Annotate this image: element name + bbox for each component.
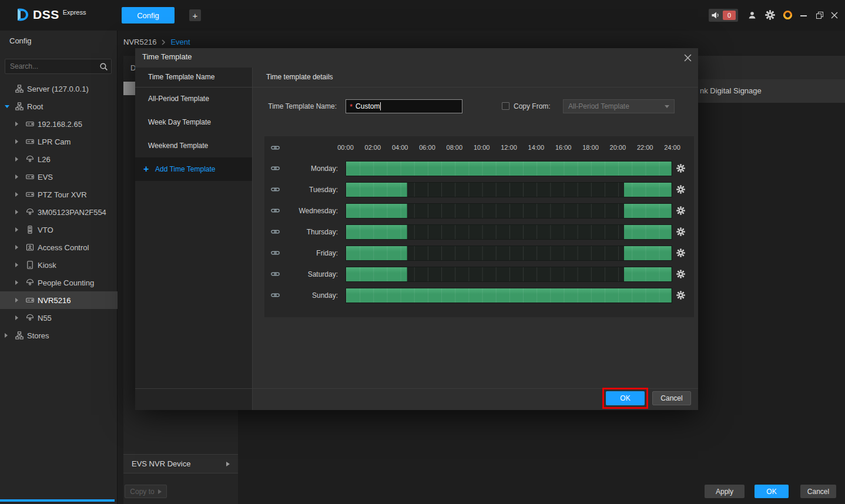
settings-gear-icon[interactable] <box>765 10 775 20</box>
device-group-evs-nvr[interactable]: EVS NVR Device <box>123 454 238 473</box>
restore-button[interactable] <box>816 12 823 19</box>
time-track[interactable] <box>346 203 672 219</box>
expander-right-icon[interactable] <box>5 333 15 338</box>
dialog-cancel-button[interactable]: Cancel <box>652 391 691 405</box>
main-cancel-label: Cancel <box>807 488 829 496</box>
tree-item-nvr5216[interactable]: NVR5216 <box>0 291 118 309</box>
organization-icon <box>15 102 27 110</box>
minimize-button[interactable] <box>800 15 807 17</box>
door-station-icon <box>26 226 38 234</box>
time-tick-label: 02:00 <box>365 144 381 151</box>
tree-item-l26[interactable]: L26 <box>0 150 118 168</box>
row-settings-gear-icon[interactable] <box>675 248 686 257</box>
expander-right-icon[interactable] <box>15 210 26 214</box>
active-period-segment[interactable] <box>624 246 672 260</box>
tree-item-label: 192.168.2.65 <box>38 120 82 129</box>
copy-from-checkbox[interactable] <box>502 102 509 110</box>
tree-item-root[interactable]: Root <box>0 98 118 115</box>
active-period-segment[interactable] <box>346 267 407 281</box>
dialog-ok-button[interactable]: OK <box>606 391 645 405</box>
active-period-segment[interactable] <box>624 204 672 218</box>
time-track[interactable] <box>346 182 672 197</box>
apply-button[interactable]: Apply <box>705 485 745 498</box>
horizontal-scrollbar[interactable] <box>0 499 115 502</box>
tree-item-access-control[interactable]: Access Control <box>0 238 118 256</box>
template-list: All-Period TemplateWeek Day TemplateWeek… <box>135 87 252 157</box>
tree-item-label: Stores <box>27 331 49 340</box>
time-track[interactable] <box>346 246 672 261</box>
add-tab-button[interactable]: + <box>189 9 201 21</box>
expander-right-icon[interactable] <box>15 245 26 250</box>
add-time-template-button[interactable]: + Add Time Template <box>135 157 252 181</box>
main-ok-button[interactable]: OK <box>755 485 789 498</box>
expander-right-icon[interactable] <box>15 280 26 285</box>
breadcrumb-parent[interactable]: NVR5216 <box>123 38 156 46</box>
tree-item-stores[interactable]: Stores <box>0 327 118 344</box>
tree-item-vto[interactable]: VTO <box>0 221 118 238</box>
active-period-segment[interactable] <box>346 204 407 218</box>
row-settings-gear-icon[interactable] <box>675 291 686 300</box>
tab-config[interactable]: Config <box>122 7 175 23</box>
expander-right-icon[interactable] <box>15 157 26 162</box>
search-input[interactable] <box>5 59 93 73</box>
tree-item-evs[interactable]: EVS <box>0 168 118 186</box>
template-item-label: Week Day Template <box>148 118 211 126</box>
link-all-icon[interactable] <box>271 143 280 154</box>
row-settings-gear-icon[interactable] <box>675 206 686 215</box>
time-track[interactable] <box>346 161 672 176</box>
copy-from-select[interactable]: All-Period Template <box>563 99 675 113</box>
copy-to-button[interactable]: Copy to <box>125 485 167 498</box>
template-item-label: All-Period Template <box>148 95 209 103</box>
time-track[interactable] <box>346 288 672 303</box>
close-button[interactable] <box>831 12 838 19</box>
app-window: DSS Express Config + 0 <box>0 0 845 504</box>
active-period-segment[interactable] <box>346 225 407 239</box>
time-track[interactable] <box>346 224 672 240</box>
expand-right-icon <box>226 462 230 466</box>
alarm-indicator[interactable]: 0 <box>709 9 738 22</box>
tree-item-people-counting[interactable]: People Counting <box>0 274 118 291</box>
plus-icon: + <box>143 164 155 174</box>
template-item-weekend-template[interactable]: Weekend Template <box>135 134 252 157</box>
expander-right-icon[interactable] <box>15 263 26 267</box>
tree-item-server-127-0-0-1[interactable]: Server (127.0.0.1) <box>0 80 118 98</box>
active-period-segment[interactable] <box>346 162 672 176</box>
active-period-segment[interactable] <box>346 246 407 260</box>
expander-right-icon[interactable] <box>15 122 26 126</box>
tree-item-192-168-2-65[interactable]: 192.168.2.65 <box>0 115 118 133</box>
row-settings-gear-icon[interactable] <box>675 270 686 278</box>
dome-camera-icon <box>26 208 38 216</box>
expander-down-icon[interactable] <box>5 105 15 108</box>
expander-right-icon[interactable] <box>15 139 26 144</box>
tree-item-lpr-cam[interactable]: LPR Cam <box>0 133 118 150</box>
day-label: Monday: <box>276 161 338 176</box>
name-input[interactable]: * Custom <box>346 99 462 113</box>
main-cancel-button[interactable]: Cancel <box>800 485 836 498</box>
dialog-close-icon[interactable] <box>683 53 692 62</box>
breadcrumb-current[interactable]: Event <box>170 38 190 46</box>
active-period-segment[interactable] <box>624 267 672 281</box>
expander-right-icon[interactable] <box>15 174 26 179</box>
tree-item-label: PTZ Tour XVR <box>38 190 87 199</box>
time-track[interactable] <box>346 267 672 282</box>
active-period-segment[interactable] <box>346 288 672 303</box>
user-icon[interactable] <box>747 11 757 20</box>
expander-right-icon[interactable] <box>15 227 26 232</box>
wizard-icon[interactable] <box>783 10 793 20</box>
row-settings-gear-icon[interactable] <box>675 185 686 194</box>
expander-right-icon[interactable] <box>15 298 26 303</box>
tree-item-kiosk[interactable]: Kiosk <box>0 256 118 274</box>
expander-right-icon[interactable] <box>15 192 26 197</box>
active-period-segment[interactable] <box>624 183 672 197</box>
tree-item-n55[interactable]: N55 <box>0 309 118 327</box>
row-settings-gear-icon[interactable] <box>675 164 686 173</box>
template-item-week-day-template[interactable]: Week Day Template <box>135 110 252 134</box>
row-settings-gear-icon[interactable] <box>675 227 686 236</box>
active-period-segment[interactable] <box>624 225 672 239</box>
time-tick-label: 00:00 <box>337 144 354 151</box>
template-list-panel: Time Template Name All-Period TemplateWe… <box>135 68 253 410</box>
tree-item-3m05123pan2f554[interactable]: 3M05123PAN2F554 <box>0 203 118 221</box>
active-period-segment[interactable] <box>346 183 407 197</box>
tree-item-ptz-tour-xvr[interactable]: PTZ Tour XVR <box>0 186 118 203</box>
expander-right-icon[interactable] <box>15 315 26 320</box>
